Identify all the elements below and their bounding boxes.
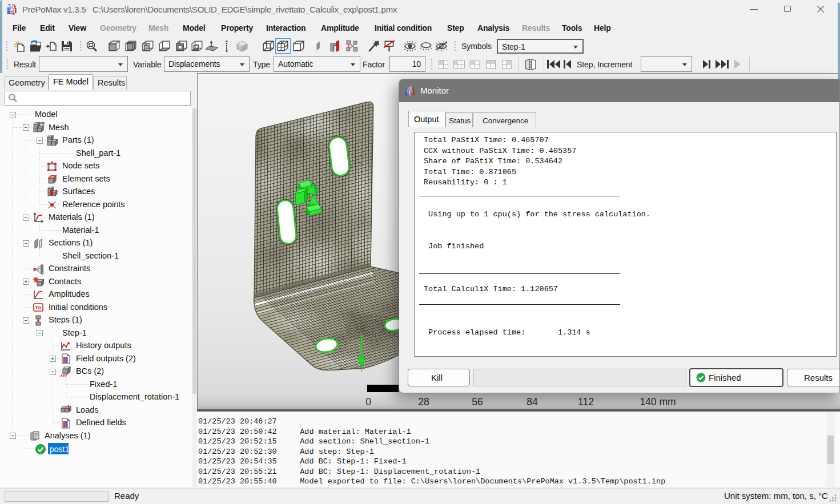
svg-text:0: 0 [365, 396, 371, 408]
svg-text:140 mm: 140 mm [640, 396, 676, 408]
svg-text:84: 84 [526, 396, 538, 408]
svg-text:56: 56 [472, 396, 483, 408]
svg-text:112: 112 [578, 396, 594, 408]
svg-text:28: 28 [418, 396, 429, 408]
svg-text:To: To [35, 304, 42, 311]
